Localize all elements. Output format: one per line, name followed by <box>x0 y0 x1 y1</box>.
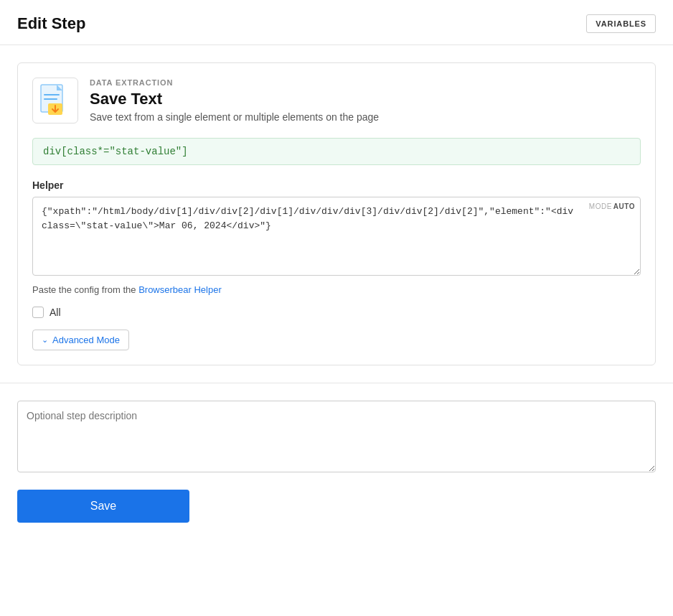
step-icon <box>32 78 78 123</box>
main-content: DATA EXTRACTION Save Text Save text from… <box>0 45 673 383</box>
all-checkbox[interactable] <box>32 307 44 318</box>
page-header: Edit Step VARIABLES <box>0 0 673 45</box>
bottom-section: Save <box>0 383 673 540</box>
page-container: Edit Step VARIABLES <box>0 0 673 616</box>
helper-section: Helper MODE AUTO Paste the config from t… <box>32 179 641 295</box>
chevron-down-icon: ⌄ <box>42 335 48 345</box>
step-category: DATA EXTRACTION <box>90 78 641 87</box>
advanced-mode-toggle[interactable]: ⌄ Advanced Mode <box>32 330 129 350</box>
browserbear-helper-link[interactable]: Browserbear Helper <box>138 284 222 295</box>
description-textarea[interactable] <box>17 401 656 472</box>
step-name: Save Text <box>90 90 641 108</box>
helper-textarea[interactable] <box>32 197 641 276</box>
step-card: DATA EXTRACTION Save Text Save text from… <box>17 62 656 365</box>
mode-value-text: AUTO <box>613 202 635 210</box>
hint-prefix: Paste the config from the <box>32 284 138 295</box>
all-checkbox-row: All <box>32 307 641 318</box>
advanced-mode-label: Advanced Mode <box>52 335 120 345</box>
step-header: DATA EXTRACTION Save Text Save text from… <box>32 78 641 123</box>
save-button[interactable]: Save <box>17 490 189 523</box>
step-description: Save text from a single element or multi… <box>90 111 641 123</box>
variables-button[interactable]: VARIABLES <box>586 14 656 33</box>
helper-label: Helper <box>32 179 641 191</box>
helper-hint: Paste the config from the Browserbear He… <box>32 284 641 295</box>
page-title: Edit Step <box>17 14 85 33</box>
step-info: DATA EXTRACTION Save Text Save text from… <box>90 78 641 123</box>
helper-textarea-wrapper: MODE AUTO <box>32 197 641 279</box>
mode-label-text: MODE <box>589 202 612 210</box>
all-checkbox-label[interactable]: All <box>50 307 61 318</box>
save-text-icon <box>37 82 74 119</box>
selector-bar: div[class*="stat-value"] <box>32 138 641 165</box>
mode-badge: MODE AUTO <box>589 202 635 210</box>
